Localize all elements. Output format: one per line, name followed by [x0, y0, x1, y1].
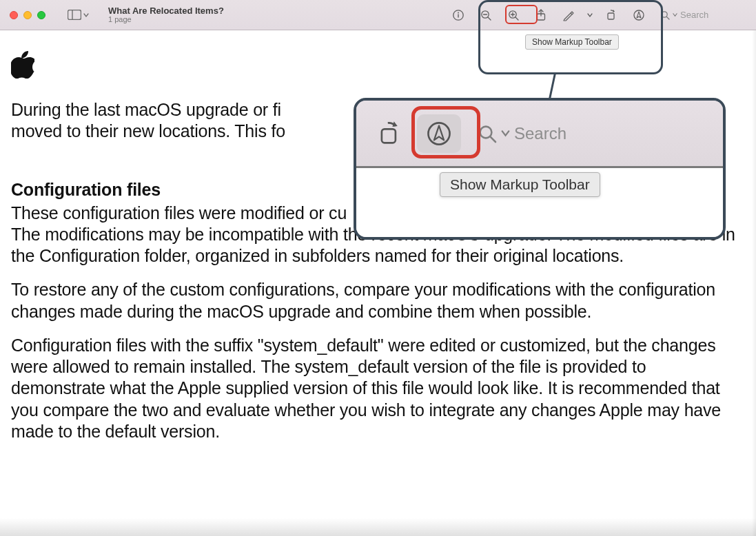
highlight-menu-chevron[interactable]	[586, 12, 594, 18]
svg-line-6	[488, 17, 491, 20]
svg-line-21	[490, 136, 496, 142]
sidebar-toggle-button[interactable]	[68, 10, 89, 20]
search-chevron-icon	[673, 12, 677, 17]
zoom-markup-tooltip: Show Markup Toolbar	[440, 172, 600, 197]
zoom-toolbar: Search	[356, 101, 723, 168]
search-field[interactable]	[656, 7, 746, 23]
zoom-search-chevron-icon	[501, 129, 510, 138]
svg-rect-18	[382, 129, 396, 143]
zoom-search-placeholder: Search	[514, 124, 566, 143]
document-subtitle: 1 page	[108, 16, 224, 24]
zoom-search-icon	[478, 124, 497, 143]
svg-line-17	[666, 17, 669, 19]
titlebar-toolbar: What Are Relocated Items? 1 page	[0, 0, 756, 30]
document-title-block: What Are Relocated Items? 1 page	[108, 6, 224, 23]
doc-paragraph-2: To restore any of the custom configurati…	[11, 279, 745, 322]
svg-rect-4	[458, 14, 458, 17]
zoom-out-button[interactable]	[476, 6, 496, 25]
search-input[interactable]	[680, 10, 742, 20]
zoom-window-button[interactable]	[37, 11, 45, 19]
search-icon	[660, 10, 670, 20]
zoom-rotate-button[interactable]	[367, 114, 411, 153]
doc-paragraph-3: Configuration files with the suffix "sys…	[11, 335, 745, 442]
document-title: What Are Relocated Items?	[108, 6, 224, 16]
svg-rect-14	[608, 13, 614, 19]
zoom-in-button[interactable]	[503, 6, 524, 25]
highlight-button[interactable]	[558, 6, 579, 25]
window-controls	[10, 11, 45, 19]
markup-toolbar-button[interactable]	[629, 6, 649, 25]
svg-line-9	[515, 17, 518, 20]
share-button[interactable]	[531, 6, 551, 25]
close-window-button[interactable]	[10, 11, 18, 19]
svg-rect-0	[68, 10, 81, 20]
minimize-window-button[interactable]	[23, 11, 32, 19]
zoom-markup-button[interactable]	[417, 114, 461, 153]
apple-logo-icon	[11, 51, 34, 79]
svg-point-3	[458, 12, 459, 13]
rotate-button[interactable]	[601, 6, 622, 25]
annotation-zoom-panel: Search Show Markup Toolbar	[354, 98, 726, 240]
info-button[interactable]	[448, 6, 469, 25]
zoom-search-field[interactable]: Search	[478, 124, 566, 143]
